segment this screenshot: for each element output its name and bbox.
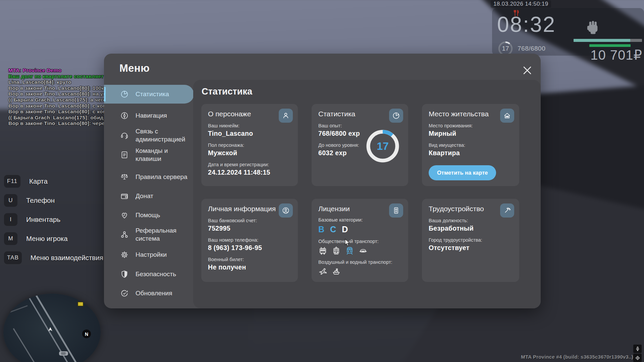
field-value: Мужской (208, 149, 291, 157)
compass-icon (120, 111, 129, 120)
mouse-cursor (345, 239, 351, 247)
menu-modal: Меню Статистика Навигация Связь с адми (104, 54, 541, 308)
keybind-player-menu: M Меню игрока (4, 232, 103, 245)
field-label: Воздушный и водный транспорт: (318, 259, 401, 265)
pie-chart-icon (120, 90, 129, 99)
hud-datetime: 18.03.2026 14:50:19 (491, 0, 551, 8)
sidebar-item-label: Статистика (136, 90, 191, 98)
key-badge: M (4, 232, 17, 245)
statistics-panel: Статистика О персонаже Ваш никнейм: Tino… (193, 80, 541, 308)
sidebar-item-label: Команды и клавиши (136, 147, 191, 163)
page-title: Статистика (202, 86, 252, 97)
refresh-check-icon (120, 289, 129, 298)
field-value: Tino_Lascano (208, 130, 291, 137)
locator-icon (633, 354, 642, 362)
field-label: Ваш номер телефона: (208, 237, 291, 243)
minimap-marker-yellow (78, 302, 83, 306)
field-value: Квартира (429, 149, 513, 157)
field-value: Не получен (208, 263, 291, 271)
key-badge: TAB (4, 251, 22, 264)
key-badge: I (4, 213, 17, 226)
sidebar-item-help[interactable]: Помощь (104, 208, 194, 222)
menu-title: Меню (119, 62, 150, 74)
network-icon (120, 230, 129, 239)
sidebar-item-admin-contact[interactable]: Связь с администрацией (104, 126, 194, 145)
sidebar-item-label: Реферальная система (136, 227, 191, 243)
field-label: Военный билет: (208, 257, 291, 262)
sidebar-item-server-rules[interactable]: Правила сервера (104, 170, 194, 184)
field-value: 752995 (208, 225, 291, 232)
field-label: До нового уровня: (318, 142, 369, 148)
field-label: Общественный транспорт: (318, 239, 401, 244)
keybind-phone: U Телефон (4, 194, 103, 207)
level-value: 17 (365, 129, 400, 164)
sidebar-item-label: Связь с администрацией (136, 127, 191, 143)
scales-icon (120, 173, 129, 181)
sidebar-item-label: Правила сервера (136, 173, 191, 181)
person-circle-icon (279, 203, 293, 218)
field-value: 24.12.2024 11:48:15 (208, 169, 291, 176)
keybind-interaction-menu: TAB Меню взаимодействия (4, 251, 103, 264)
sidebar-item-referral[interactable]: Реферальная система (104, 225, 194, 244)
keybind-label: Телефон (26, 196, 55, 204)
card-employment: Трудоустройство Ваша должность: Безработ… (422, 199, 519, 282)
sidebar-item-settings[interactable]: Настройки (104, 248, 194, 261)
sidebar-item-commands[interactable]: Команды и клавиши (104, 145, 194, 165)
card-licenses: Лицензии Базовые категории: B C D Общест… (312, 199, 408, 282)
license-category-c: C (330, 225, 336, 234)
key-badge: F11 (4, 175, 20, 188)
sidebar-item-label: Настройки (136, 251, 191, 259)
headset-icon (120, 131, 129, 140)
level-progress-ring: 17 (365, 129, 400, 164)
person-icon (279, 109, 293, 123)
sidebar-item-statistics[interactable]: Статистика (104, 85, 194, 104)
sidebar-item-label: Помощь (136, 211, 191, 219)
sidebar-item-label: Донат (136, 192, 191, 200)
hud-exp-text: 768/6800 (518, 45, 545, 52)
field-label: Место проживания: (429, 123, 513, 128)
sidebar-item-label: Навигация (136, 112, 191, 120)
sidebar-item-donate[interactable]: Донат (104, 189, 194, 203)
hunger-cutlery-icon (513, 9, 520, 17)
close-icon[interactable] (522, 65, 533, 76)
sidebar-item-updates[interactable]: Обновления (104, 287, 194, 300)
field-label: Город трудоустройства: (429, 237, 513, 243)
keybind-hints: F11 Карта U Телефон I Инвентарь M Меню и… (4, 175, 103, 270)
sidebar-item-navigation[interactable]: Навигация (104, 109, 194, 122)
card-residence: Место жительства Место проживания: Мирны… (422, 104, 519, 186)
pickaxe-icon (500, 203, 514, 218)
green-status-bar (589, 44, 631, 47)
heart-handshake-icon (120, 211, 129, 220)
field-value: 8 (963) 173-96-95 (208, 244, 291, 252)
card-personal-info: Личная информация Ваш банковский счет: 7… (201, 199, 298, 282)
field-value: 6032 exp (318, 149, 369, 157)
sidebar-item-label: Обновления (136, 289, 191, 297)
keybind-label: Меню игрока (26, 235, 68, 243)
field-label: Пол персонажа: (208, 142, 291, 148)
hud: 18.03.2026 14:50:19 08:32 17 768/6800 (488, 0, 644, 62)
card-about-character: О персонаже Ваш никнейм: Tino_Lascano По… (201, 104, 298, 186)
microphone-icon (633, 345, 642, 353)
sidebar-item-security[interactable]: Безопасность (104, 267, 194, 281)
server-build-label: MTA Province #4 (build: s3635c3670r1390v… (496, 354, 633, 360)
keybind-label: Меню взаимодействия (31, 254, 103, 262)
hud-clock: 08:32 (497, 12, 556, 37)
house-icon (500, 109, 514, 123)
minimap-north-label: N (85, 331, 88, 337)
plane-icon (318, 267, 327, 276)
id-card-icon (389, 203, 403, 218)
gear-icon (120, 250, 129, 259)
sidebar-item-label: Безопасность (136, 270, 191, 278)
keybind-map: F11 Карта (4, 175, 103, 188)
metro-icon (345, 246, 354, 255)
license-category-b: B (318, 225, 324, 234)
field-value: Отсутствует (429, 244, 513, 252)
ship-icon (332, 267, 341, 276)
field-label: Вид имущества: (429, 142, 513, 148)
field-label: Ваша должность: (429, 218, 513, 223)
hud-money: 10 701₽ (570, 47, 642, 63)
field-label: Ваш опыт: (318, 123, 369, 128)
field-label: Дата и время регистрации: (208, 162, 291, 167)
mark-on-map-button[interactable]: Отметить на карте (429, 165, 496, 180)
key-badge: U (4, 194, 17, 207)
